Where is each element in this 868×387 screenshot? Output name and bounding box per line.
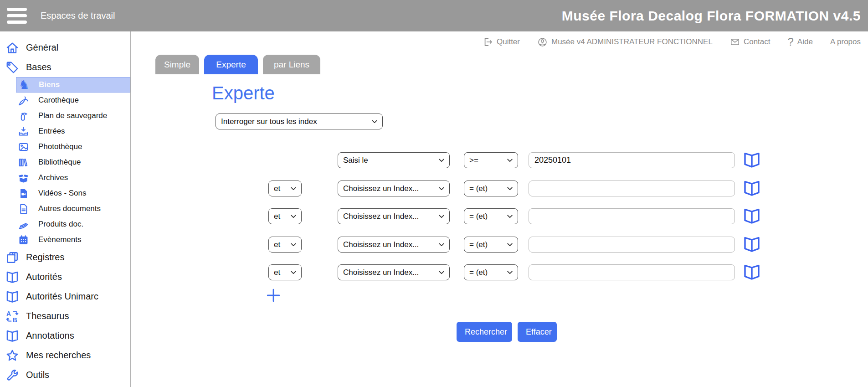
home-icon xyxy=(5,41,19,55)
index-lookup-button[interactable] xyxy=(743,151,761,169)
boolean-select[interactable]: et xyxy=(268,264,302,280)
chevron-down-icon xyxy=(291,187,296,191)
tag-icon xyxy=(5,61,19,74)
sidebar-item-bases[interactable]: Bases xyxy=(0,57,130,77)
chevron-down-icon xyxy=(439,187,444,191)
user-account[interactable]: Musée v4 ADMINISTRATEUR FONCTIONNEL xyxy=(537,37,713,47)
operator-select[interactable]: >= xyxy=(464,152,518,168)
top-toolbar: Quitter Musée v4 ADMINISTRATEUR FONCTION… xyxy=(483,31,861,52)
criteria-value-input[interactable] xyxy=(529,237,735,253)
inbox-download-icon xyxy=(18,126,29,137)
wrench-icon xyxy=(5,368,19,382)
search-button[interactable]: Rechercher xyxy=(457,322,512,342)
sidebar-item-label: Biens xyxy=(39,80,60,89)
index-select[interactable]: Saisi le xyxy=(338,152,450,168)
index-lookup-button[interactable] xyxy=(743,179,761,197)
index-select[interactable]: Choisissez un Index... xyxy=(338,208,450,224)
sidebar-item-label: Bases xyxy=(26,62,51,72)
quit-link[interactable]: Quitter xyxy=(483,37,520,47)
contact-link[interactable]: Contact xyxy=(730,37,770,47)
index-select[interactable]: Choisissez un Index... xyxy=(338,264,450,280)
open-book-icon xyxy=(743,235,761,253)
chevron-down-icon xyxy=(372,120,377,124)
operator-select-value: = (et) xyxy=(469,212,488,221)
sidebar-item-label: Autorités Unimarc xyxy=(26,291,98,302)
sidebar-item-biens[interactable]: ♞ Biens xyxy=(16,77,130,93)
operator-select[interactable]: = (et) xyxy=(464,208,518,224)
boolean-select-value: et xyxy=(274,184,280,193)
chevron-down-icon xyxy=(507,159,513,162)
sidebar-item-plan-de-sauvegarde[interactable]: Plan de sauvegarde xyxy=(0,108,130,124)
fire-extinguisher-icon xyxy=(18,110,29,122)
sidebar-item-label: Thesaurus xyxy=(26,311,69,321)
chevron-down-icon xyxy=(439,215,444,218)
criteria-value-input[interactable] xyxy=(529,264,735,280)
workspace-label[interactable]: Espaces de travail xyxy=(41,0,115,31)
open-book-icon xyxy=(743,151,761,169)
open-book-icon xyxy=(743,179,761,197)
clear-button[interactable]: Effacer xyxy=(518,322,557,342)
operator-select[interactable]: = (et) xyxy=(464,237,518,253)
open-book-icon xyxy=(5,290,19,304)
criteria-value-input[interactable] xyxy=(529,181,735,196)
sidebar-item-label: Général xyxy=(26,42,58,53)
exit-icon xyxy=(483,37,493,47)
boolean-select-value: et xyxy=(274,212,280,221)
app-header: Espaces de travail Musée Flora Decalog F… xyxy=(0,0,868,31)
open-book-icon xyxy=(5,329,19,343)
operator-select-value: = (et) xyxy=(469,268,488,277)
tab-simple[interactable]: Simple xyxy=(155,55,199,74)
hamburger-menu-icon[interactable] xyxy=(7,8,27,24)
chess-knight-icon: ♞ xyxy=(18,79,30,91)
boolean-select[interactable]: et xyxy=(268,237,302,253)
sidebar-item-annotations[interactable]: Annotations xyxy=(0,326,130,346)
about-link[interactable]: A propos xyxy=(830,37,861,46)
carrot-icon xyxy=(18,95,29,106)
chevron-down-icon xyxy=(439,159,444,162)
index-select[interactable]: Choisissez un Index... xyxy=(338,237,450,253)
operator-select[interactable]: = (et) xyxy=(464,264,518,280)
contact-label: Contact xyxy=(744,37,770,46)
sidebar-item-label: Annotations xyxy=(26,330,74,341)
index-select-value: Choisissez un Index... xyxy=(343,268,419,277)
sidebar-item-carotheque[interactable]: Carothèque xyxy=(0,93,130,108)
sidebar-item-general[interactable]: Général xyxy=(0,38,130,57)
index-select-value: Choisissez un Index... xyxy=(343,184,419,193)
chevron-down-icon xyxy=(439,243,444,247)
index-select[interactable]: Choisissez un Index... xyxy=(338,181,450,196)
sidebar-item-label: Carothèque xyxy=(38,96,79,105)
sidebar-item-outils[interactable]: Outils xyxy=(0,365,130,385)
criteria-value-input[interactable] xyxy=(529,152,735,168)
index-lookup-button[interactable] xyxy=(743,263,761,281)
help-link[interactable]: ? Aide xyxy=(788,36,813,47)
criteria-row: Saisi le >= xyxy=(0,152,868,168)
boolean-select[interactable]: et xyxy=(268,181,302,196)
open-book-icon xyxy=(743,207,761,225)
flora-app-window: Espaces de travail Musée Flora Decalog F… xyxy=(0,0,868,387)
about-label: A propos xyxy=(830,37,861,46)
criteria-row: et Choisissez un Index... = (et) xyxy=(0,264,868,280)
boolean-select[interactable]: et xyxy=(268,208,302,224)
chevron-down-icon xyxy=(291,215,296,218)
sidebar-item-label: Plan de sauvegarde xyxy=(38,111,107,120)
index-lookup-button[interactable] xyxy=(743,235,761,253)
sidebar-item-mes-recherches[interactable]: Mes recherches xyxy=(0,346,130,365)
tab-experte[interactable]: Experte xyxy=(204,55,258,74)
envelope-icon xyxy=(730,37,740,47)
index-select-value: Choisissez un Index... xyxy=(343,240,419,249)
operator-select-value: = (et) xyxy=(469,240,488,249)
chevron-down-icon xyxy=(291,271,296,274)
sidebar-item-thesaurus[interactable]: Thesaurus xyxy=(0,306,130,326)
sidebar-item-autorites-unimarc[interactable]: Autorités Unimarc xyxy=(0,287,130,306)
criteria-value-input[interactable] xyxy=(529,208,735,224)
operator-select-value: = (et) xyxy=(469,184,488,193)
user-label: Musée v4 ADMINISTRATEUR FONCTIONNEL xyxy=(551,37,713,46)
index-scope-select[interactable]: Interroger sur tous les index xyxy=(216,114,383,129)
add-criteria-button[interactable] xyxy=(266,288,281,303)
index-lookup-button[interactable] xyxy=(743,207,761,225)
tab-par-liens[interactable]: par Liens xyxy=(263,55,320,74)
boolean-select-value: et xyxy=(274,268,280,277)
operator-select[interactable]: = (et) xyxy=(464,181,518,196)
sidebar-item-entrees[interactable]: Entrées xyxy=(0,124,130,139)
quit-label: Quitter xyxy=(497,37,520,46)
